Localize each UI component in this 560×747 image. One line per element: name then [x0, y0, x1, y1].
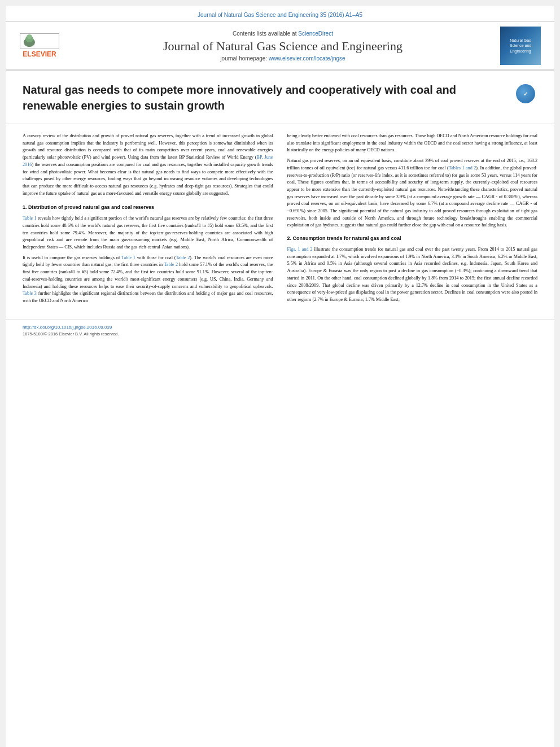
journal-homepage: journal homepage: www.elsevier.com/locat…: [73, 55, 492, 62]
elsevier-logo-area: ELSEVIER: [17, 33, 68, 59]
crossmark-icon: ✓: [516, 84, 535, 103]
section1-para1: Table 1 reveals how tightly held a signi…: [23, 215, 273, 251]
article-body: A cursory review of the distribution and…: [6, 124, 554, 320]
article-col-left: A cursory review of the distribution and…: [23, 133, 273, 308]
article-col-right: being clearly better endowed with coal r…: [287, 133, 538, 308]
journal-reference: Journal of Natural Gas Science and Engin…: [198, 12, 362, 18]
elsevier-tree-logo: ELSEVIER: [17, 33, 62, 59]
right-para2: Natural gas proved reserves, on an oil e…: [287, 158, 538, 229]
section2-heading: 2. Consumption trends for natural gas an…: [287, 235, 538, 243]
sciencedirect-link[interactable]: ScienceDirect: [298, 30, 333, 37]
article-page: Journal of Natural Gas Science and Engin…: [6, 6, 554, 747]
table2-link2[interactable]: Table 2: [164, 262, 178, 267]
abstract-section: A cursory review of the distribution and…: [23, 133, 273, 197]
table2-link[interactable]: Table 2: [176, 255, 190, 260]
journal-cover-image: Natural Gas Science and Engineering: [500, 27, 541, 65]
elsevier-wordmark: ELSEVIER: [23, 50, 56, 58]
section1-para2: It is useful to compare the gas reserves…: [23, 255, 273, 305]
table1-link2[interactable]: Table 1: [121, 255, 135, 260]
homepage-url[interactable]: www.elsevier.com/locate/jngse: [269, 55, 345, 62]
section1-heading: 1. Distribution of proved natural gas an…: [23, 204, 273, 212]
issn-text: 1875-5100/© 2016 Elsevier B.V. All right…: [23, 331, 537, 337]
doi-link[interactable]: http://dx.doi.org/10.1016/j.jngse.2016.0…: [23, 325, 537, 330]
journal-title-area: Contents lists available at ScienceDirec…: [73, 30, 492, 62]
tree-icon: [23, 34, 56, 48]
bp-link[interactable]: BP, June 2016: [23, 155, 273, 167]
section1: 1. Distribution of proved natural gas an…: [23, 204, 273, 304]
contents-available-text: Contents lists available at ScienceDirec…: [73, 30, 492, 37]
page-footer: http://dx.doi.org/10.1016/j.jngse.2016.0…: [6, 320, 554, 340]
svg-point-3: [27, 34, 32, 39]
journal-header: ELSEVIER Contents lists available at Sci…: [6, 22, 554, 71]
article-header: Natural gas needs to compete more innova…: [6, 71, 554, 124]
table1-link[interactable]: Table 1: [23, 216, 37, 221]
journal-ref-bar: Journal of Natural Gas Science and Engin…: [6, 6, 554, 22]
journal-name: Journal of Natural Gas Science and Engin…: [73, 39, 492, 54]
article-title-row: Natural gas needs to compete more innova…: [23, 82, 537, 113]
right-para1: being clearly better endowed with coal r…: [287, 133, 538, 154]
journal-thumbnail: Natural Gas Science and Engineering: [498, 27, 543, 65]
elsevier-logo-graphic: [20, 33, 59, 49]
abstract-text: A cursory review of the distribution and…: [23, 133, 273, 197]
figs12-link[interactable]: Figs. 1 and 2: [287, 247, 313, 252]
section2-text: Figs. 1 and 2 illustrate the consumption…: [287, 246, 538, 304]
article-title: Natural gas needs to compete more innova…: [23, 82, 508, 113]
table3-link[interactable]: Table 3: [23, 291, 37, 296]
section2: 2. Consumption trends for natural gas an…: [287, 235, 538, 304]
tables12-link[interactable]: Tables 1 and 2: [449, 165, 476, 171]
crossmark-badge[interactable]: ✓: [516, 84, 537, 106]
